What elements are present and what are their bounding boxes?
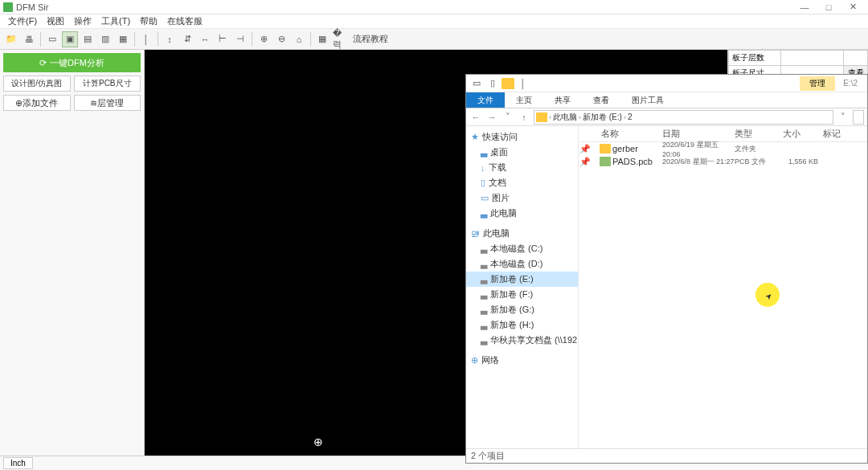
col-tag[interactable]: 标记 [823, 128, 867, 140]
measure-icon[interactable]: ⊣ [232, 31, 248, 47]
menu-view[interactable]: 视图 [42, 15, 69, 27]
chevron-right-icon: › [579, 113, 581, 121]
tree-quick-access[interactable]: ★快速访问 [466, 129, 578, 145]
address-field[interactable]: › 此电脑 › 新加卷 (E:) › 2 [534, 110, 833, 125]
chevron-right-icon: › [549, 113, 551, 121]
layout2-icon[interactable]: ▣ [62, 31, 78, 47]
management-tab[interactable]: 管理 [800, 76, 835, 91]
forward-button[interactable]: → [485, 112, 498, 122]
ruler-icon[interactable]: ⊢ [215, 31, 231, 47]
tree-documents[interactable]: ▯文档 [466, 175, 578, 190]
recent-button[interactable]: ˅ [502, 112, 514, 122]
col-name[interactable]: 名称 [592, 128, 662, 140]
dfm-analyze-button[interactable]: ⟳ 一键DFM分析 [3, 53, 141, 72]
ribbon-share[interactable]: 共享 [543, 92, 582, 108]
vline-icon[interactable]: │ [138, 31, 154, 47]
file-explorer-window: ▭ ▯ │ 管理 E:\2 文件 主页 共享 查看 图片工具 ← → ˅ ↑ ›… [465, 74, 868, 464]
unit-button[interactable]: Inch [3, 457, 33, 469]
tree-pictures[interactable]: ▭图片 [466, 190, 578, 206]
calc-pcb-button[interactable]: 计算PCB尺寸 [74, 76, 141, 92]
design-sim-button[interactable]: 设计图/仿真图 [3, 76, 71, 92]
close-button[interactable]: ✕ [841, 2, 865, 12]
tree-boot[interactable]: ▃此电脑 [466, 206, 578, 221]
menubar: 文件(F) 视图 操作 工具(T) 帮助 在线客服 [0, 14, 868, 29]
tutorial-link[interactable]: 流程教程 [350, 33, 391, 45]
file-type: PCB 文件 [735, 157, 783, 167]
layout3-icon[interactable]: ▤ [80, 31, 96, 47]
width-icon[interactable]: ↔ [197, 31, 213, 47]
tree-disk-h[interactable]: ▃新加卷 (H:) [466, 317, 578, 333]
tree-disk-e[interactable]: ▃新加卷 (E:) [466, 272, 578, 287]
disk-icon: ▃ [481, 335, 487, 345]
minimize-button[interactable]: — [792, 2, 817, 12]
left-panel: ⟳ 一键DFM分析 设计图/仿真图 计算PCB尺寸 ⊕ 添加文件 ≋ 层管理 [0, 50, 145, 456]
network-icon: ⊕ [471, 355, 478, 366]
col-size[interactable]: 大小 [783, 128, 823, 140]
ribbon-file[interactable]: 文件 [466, 92, 505, 108]
col-date[interactable]: 日期 [662, 128, 735, 140]
home-icon[interactable]: ⌂ [291, 31, 307, 47]
tree-desktop[interactable]: ▃桌面 [466, 145, 578, 160]
tree-disk-g[interactable]: ▃新加卷 (G:) [466, 302, 578, 317]
disk-icon: ▃ [481, 243, 487, 254]
file-size: 1,556 KB [783, 157, 823, 166]
settings-icon[interactable]: ▦ [314, 31, 330, 47]
search-input[interactable] [853, 110, 864, 125]
up-button[interactable]: ↑ [518, 112, 530, 122]
disk-icon: ▃ [481, 274, 487, 284]
add-file-label: 添加文件 [23, 97, 58, 109]
open-icon[interactable]: 📁 [3, 31, 19, 47]
tree-network[interactable]: ⊕网络 [466, 353, 578, 368]
move-down-icon[interactable]: ⇵ [179, 31, 195, 47]
zoom-out-icon[interactable]: ⊖ [273, 31, 289, 47]
layout5-icon[interactable]: ▦ [115, 31, 131, 47]
folder-icon [600, 144, 611, 153]
add-file-button[interactable]: ⊕ 添加文件 [3, 95, 71, 111]
share-icon[interactable]: �력 [332, 31, 348, 47]
explorer-titlebar: ▭ ▯ │ 管理 E:\2 [466, 75, 867, 92]
pc-icon: 🖳 [471, 229, 480, 239]
tree-share-disk[interactable]: ▃华秋共享文档盘 (\\192.168.13.188) ( [466, 333, 578, 348]
crosshair-icon: ⊕ [313, 435, 323, 448]
tree-disk-c[interactable]: ▃本地磁盘 (C:) [466, 241, 578, 256]
crumb-folder[interactable]: 2 [628, 112, 633, 121]
layer-mgmt-button[interactable]: ≋ 层管理 [74, 95, 141, 111]
tree-downloads[interactable]: ↓下载 [466, 160, 578, 175]
back-button[interactable]: ← [469, 112, 482, 122]
zoom-in-icon[interactable]: ⊕ [256, 31, 272, 47]
dfm-analyze-label: 一键DFM分析 [50, 57, 104, 69]
layout1-icon[interactable]: ▭ [44, 31, 60, 47]
addr-folder-icon [536, 112, 547, 122]
pin-icon: 📌 [579, 157, 592, 167]
file-icon [600, 157, 611, 166]
explorer-tree: ★快速访问 ▃桌面 ↓下载 ▯文档 ▭图片 ▃此电脑 🖳此电脑 ▃本地磁盘 (C… [466, 126, 579, 448]
tree-this-pc[interactable]: 🖳此电脑 [466, 226, 578, 241]
print-icon[interactable]: 🖶 [21, 31, 37, 47]
file-row[interactable]: 📌 gerber 2020/6/19 星期五 20:06 文件夹 [579, 142, 867, 155]
tree-disk-f[interactable]: ▃新加卷 (F:) [466, 287, 578, 302]
file-row[interactable]: 📌 PADS.pcb 2020/6/8 星期一 21:27 PCB 文件 1,5… [579, 155, 867, 168]
addr-dropdown[interactable]: ˅ [837, 112, 850, 122]
explorer-status: 2 个项目 [466, 448, 867, 463]
exp-tab-sep: │ [516, 77, 530, 90]
pin-icon: 📌 [579, 144, 592, 154]
file-name: PADS.pcb [612, 157, 662, 166]
layout4-icon[interactable]: ▥ [97, 31, 113, 47]
exp-tab-icon1[interactable]: ▭ [469, 77, 484, 90]
layers-icon: ≋ [90, 98, 97, 108]
ribbon-pic-tools[interactable]: 图片工具 [620, 92, 675, 108]
tree-disk-d[interactable]: ▃本地磁盘 (D:) [466, 256, 578, 272]
ribbon-view[interactable]: 查看 [582, 92, 620, 108]
crumb-drive[interactable]: 新加卷 (E:) [583, 112, 622, 123]
menu-help[interactable]: 帮助 [135, 15, 162, 27]
menu-online[interactable]: 在线客服 [162, 15, 207, 27]
ribbon-home[interactable]: 主页 [505, 92, 543, 108]
move-up-icon[interactable]: ↕ [162, 31, 178, 47]
menu-operate[interactable]: 操作 [69, 15, 96, 27]
maximize-button[interactable]: □ [817, 2, 841, 12]
menu-tools[interactable]: 工具(T) [96, 15, 135, 27]
col-type[interactable]: 类型 [735, 128, 783, 140]
menu-file[interactable]: 文件(F) [3, 15, 42, 27]
exp-tab-icon2[interactable]: ▯ [485, 77, 500, 90]
crumb-pc[interactable]: 此电脑 [553, 112, 577, 123]
